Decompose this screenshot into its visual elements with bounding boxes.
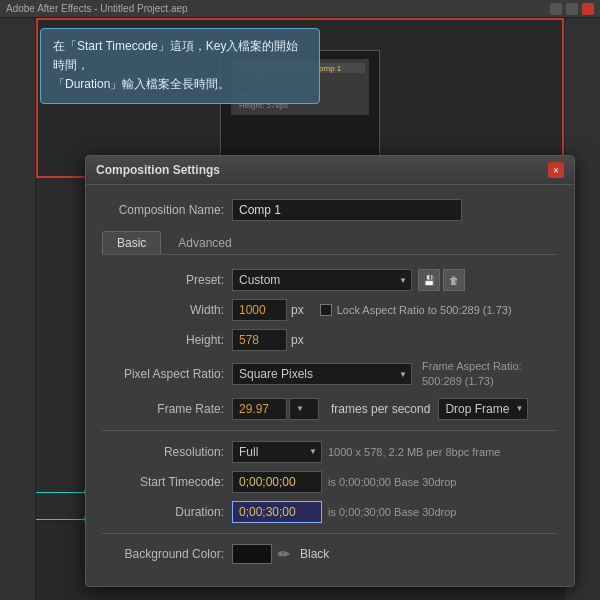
lock-aspect-checkbox[interactable] bbox=[320, 304, 332, 316]
start-timecode-row: Start Timecode: is 0;00;00;00 Base 30dro… bbox=[102, 471, 558, 493]
start-timecode-label: Start Timecode: bbox=[102, 475, 232, 489]
dialog-title: Composition Settings bbox=[96, 163, 548, 177]
comp-name-input[interactable] bbox=[232, 199, 462, 221]
lock-aspect-label: Lock Aspect Ratio to 500:289 (1.73) bbox=[337, 304, 512, 316]
frame-aspect-info: Frame Aspect Ratio: 500:289 (1.73) bbox=[422, 359, 522, 390]
pixel-aspect-arrow: ▼ bbox=[399, 370, 407, 379]
fps-dropdown[interactable]: ▼ bbox=[289, 398, 319, 420]
duration-label: Duration: bbox=[102, 505, 232, 519]
duration-input[interactable] bbox=[232, 501, 322, 523]
window-controls bbox=[550, 3, 594, 15]
start-timecode-pointer-line bbox=[36, 492, 88, 493]
composition-settings-dialog: Composition Settings × Composition Name:… bbox=[85, 155, 575, 587]
start-timecode-input[interactable] bbox=[232, 471, 322, 493]
preset-save-btn[interactable]: 💾 bbox=[418, 269, 440, 291]
comp-name-row: Composition Name: bbox=[102, 199, 558, 221]
resolution-arrow: ▼ bbox=[309, 447, 317, 456]
preset-dropdown-arrow: ▼ bbox=[399, 276, 407, 285]
lock-aspect-row: Lock Aspect Ratio to 500:289 (1.73) bbox=[320, 304, 512, 316]
comp-name-label: Composition Name: bbox=[102, 203, 232, 217]
bg-color-name: Black bbox=[296, 547, 329, 561]
bg-color-swatch[interactable] bbox=[232, 544, 272, 564]
height-label: Height: bbox=[102, 333, 232, 347]
annotation-line2: 「Duration」輸入檔案全長時間。 bbox=[53, 77, 230, 91]
resolution-dropdown[interactable]: Full ▼ bbox=[232, 441, 322, 463]
duration-info: is 0;00;30;00 Base 30drop bbox=[322, 506, 456, 518]
resolution-label: Resolution: bbox=[102, 445, 232, 459]
width-unit: px bbox=[287, 303, 304, 317]
drop-frame-value: Drop Frame bbox=[445, 402, 509, 416]
resolution-info: 1000 x 578, 2.2 MB per 8bpc frame bbox=[322, 446, 500, 458]
preset-label: Preset: bbox=[102, 273, 232, 287]
resolution-row: Resolution: Full ▼ 1000 x 578, 2.2 MB pe… bbox=[102, 441, 558, 463]
maximize-btn[interactable] bbox=[566, 3, 578, 15]
close-btn[interactable] bbox=[582, 3, 594, 15]
width-row: Width: px Lock Aspect Ratio to 500:289 (… bbox=[102, 299, 558, 321]
pixel-aspect-value: Square Pixels bbox=[239, 367, 313, 381]
preset-dropdown[interactable]: Custom ▼ bbox=[232, 269, 412, 291]
left-panel bbox=[0, 18, 36, 600]
app-title: Adobe After Effects - Untitled Project.a… bbox=[6, 3, 188, 14]
divider1 bbox=[102, 430, 558, 431]
pixel-aspect-label: Pixel Aspect Ratio: bbox=[102, 367, 232, 381]
height-row: Height: px bbox=[102, 329, 558, 351]
start-timecode-info: is 0;00;00;00 Base 30drop bbox=[322, 476, 456, 488]
drop-frame-dropdown[interactable]: Drop Frame ▼ bbox=[438, 398, 528, 420]
tabs-row: Basic Advanced bbox=[102, 231, 558, 255]
tab-advanced[interactable]: Advanced bbox=[163, 231, 246, 254]
preset-value: Custom bbox=[239, 273, 280, 287]
dialog-body: Composition Name: Basic Advanced Preset:… bbox=[86, 185, 574, 586]
dialog-close-button[interactable]: × bbox=[548, 162, 564, 178]
height-input[interactable] bbox=[232, 329, 287, 351]
dialog-titlebar: Composition Settings × bbox=[86, 156, 574, 185]
duration-row: Duration: is 0;00;30;00 Base 30drop bbox=[102, 501, 558, 523]
eyedropper-icon[interactable]: ✏ bbox=[278, 546, 290, 562]
duration-pointer-line bbox=[36, 519, 88, 520]
resolution-value: Full bbox=[239, 445, 258, 459]
frame-rate-label: Frame Rate: bbox=[102, 402, 232, 416]
bg-color-row: Background Color: ✏ Black bbox=[102, 544, 558, 564]
annotation-line1: 在「Start Timecode」這項，Key入檔案的開始時間， bbox=[53, 39, 298, 72]
height-unit: px bbox=[287, 333, 304, 347]
divider2 bbox=[102, 533, 558, 534]
width-label: Width: bbox=[102, 303, 232, 317]
tab-basic[interactable]: Basic bbox=[102, 231, 161, 254]
ae-background: Adobe After Effects - Untitled Project.a… bbox=[0, 0, 600, 600]
frame-rate-row: Frame Rate: ▼ frames per second Drop Fra… bbox=[102, 398, 558, 420]
minimize-btn[interactable] bbox=[550, 3, 562, 15]
bg-color-label: Background Color: bbox=[102, 547, 232, 561]
frame-aspect-label: Frame Aspect Ratio: bbox=[422, 360, 522, 372]
pixel-aspect-dropdown[interactable]: Square Pixels ▼ bbox=[232, 363, 412, 385]
top-bar: Adobe After Effects - Untitled Project.a… bbox=[0, 0, 600, 18]
fps-dropdown-arrow: ▼ bbox=[296, 404, 304, 413]
pixel-aspect-row: Pixel Aspect Ratio: Square Pixels ▼ Fram… bbox=[102, 359, 558, 390]
preset-delete-btn[interactable]: 🗑 bbox=[443, 269, 465, 291]
frame-rate-input[interactable] bbox=[232, 398, 287, 420]
drop-frame-arrow: ▼ bbox=[515, 404, 523, 413]
frame-aspect-value: 500:289 (1.73) bbox=[422, 375, 494, 387]
annotation-box: 在「Start Timecode」這項，Key入檔案的開始時間， 「Durati… bbox=[40, 28, 320, 104]
width-input[interactable] bbox=[232, 299, 287, 321]
preset-row: Preset: Custom ▼ 💾 🗑 bbox=[102, 269, 558, 291]
fps-label: frames per second bbox=[327, 402, 430, 416]
